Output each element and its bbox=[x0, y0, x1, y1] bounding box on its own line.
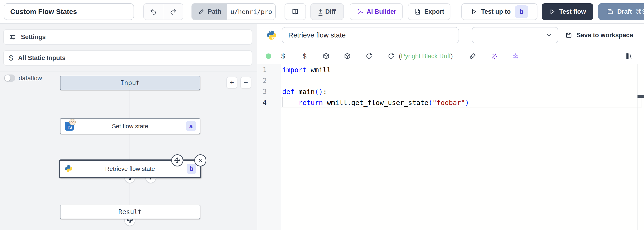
step-id-badge: b bbox=[186, 164, 196, 174]
assistants-text: Pyright Black Ruff bbox=[401, 53, 451, 60]
move-icon bbox=[174, 157, 181, 164]
code-line-2[interactable]: 2 bbox=[257, 75, 644, 86]
test-flow-label: Test flow bbox=[559, 8, 586, 15]
draft-shortcut: ⌘S bbox=[636, 8, 644, 15]
ai-builder-button[interactable]: AI Builder bbox=[350, 3, 403, 20]
close-paren: ) bbox=[451, 53, 453, 60]
flow-node-result[interactable]: Result bbox=[60, 205, 200, 219]
dataflow-toggle-label: dataflow bbox=[18, 75, 42, 82]
editor-scrollbar[interactable] bbox=[638, 64, 638, 230]
path-value: u/henri/pro bbox=[227, 4, 275, 20]
redo-icon bbox=[170, 8, 177, 15]
diff-button[interactable]: ± Diff bbox=[310, 3, 344, 20]
code-assistants-label: (Pyright Black Ruff) bbox=[399, 53, 453, 60]
path-button[interactable]: Path u/henri/pro bbox=[192, 3, 276, 20]
resources-icon[interactable]: $ bbox=[303, 52, 307, 60]
path-label-segment: Path bbox=[192, 4, 227, 20]
ai-builder-label: AI Builder bbox=[367, 8, 396, 15]
code-line-3[interactable]: 3def main(): bbox=[257, 86, 644, 97]
line-number: 1 bbox=[257, 66, 267, 74]
python-icon bbox=[64, 165, 73, 173]
undo-button[interactable] bbox=[144, 4, 163, 20]
lang-chip: TS bbox=[65, 122, 74, 131]
line-number: 4 bbox=[257, 99, 267, 106]
line-number: 3 bbox=[257, 88, 267, 95]
step-id-badge: a bbox=[186, 121, 196, 131]
open-paren: ( bbox=[399, 53, 401, 60]
save-icon bbox=[565, 32, 572, 39]
bun-icon bbox=[69, 118, 76, 126]
current-line-highlight bbox=[281, 97, 642, 108]
dollar-icon: $ bbox=[9, 54, 13, 62]
step-editor-panel: Save to workspace $ $ (Pyright Black Ruf… bbox=[257, 24, 644, 230]
text-cursor bbox=[282, 97, 282, 107]
book-open-icon bbox=[292, 8, 299, 15]
diff-label: Diff bbox=[325, 8, 336, 15]
step-name-input[interactable] bbox=[282, 27, 459, 43]
flow-node-input[interactable]: Input bbox=[60, 76, 200, 90]
test-up-to-label: Test up to bbox=[481, 8, 511, 15]
redo-button[interactable] bbox=[163, 4, 183, 20]
all-static-inputs-label: All Static Inputs bbox=[18, 55, 66, 62]
flow-name-input[interactable] bbox=[4, 3, 134, 20]
node-label: Result bbox=[118, 208, 142, 216]
code-text: def main(): bbox=[282, 88, 327, 96]
pencil-icon bbox=[198, 8, 204, 15]
overview-ruler-cursor-mark bbox=[638, 95, 644, 98]
flow-graph-canvas[interactable]: dataflow + − Input TS bbox=[0, 71, 257, 230]
reload-icon[interactable] bbox=[388, 53, 394, 60]
test-flow-button[interactable]: Test flow bbox=[542, 3, 593, 20]
wand-sparkles-icon bbox=[356, 8, 364, 15]
top-toolbar: Path u/henri/pro ± Diff AI Builder Expor… bbox=[0, 0, 644, 24]
lang-chip bbox=[64, 165, 73, 173]
draft-label: Draft bbox=[617, 8, 632, 15]
node-label: Input bbox=[120, 79, 140, 87]
play-icon bbox=[549, 8, 555, 15]
all-static-inputs-button[interactable]: $ All Static Inputs bbox=[3, 50, 252, 66]
lsp-status-dot bbox=[266, 54, 271, 59]
code-editor[interactable]: 1import wmill23def main():4 return wmill… bbox=[257, 64, 644, 230]
save-icon bbox=[606, 8, 614, 15]
format-brush-icon[interactable] bbox=[469, 53, 476, 60]
close-icon bbox=[197, 157, 203, 163]
play-icon bbox=[470, 8, 477, 15]
chevron-down-icon bbox=[546, 32, 552, 39]
worker-group-select[interactable] bbox=[472, 27, 558, 43]
draft-save-button[interactable]: Draft ⌘S bbox=[598, 3, 644, 20]
docs-button[interactable] bbox=[284, 3, 306, 20]
delete-step-button[interactable] bbox=[194, 154, 206, 166]
code-text: import wmill bbox=[282, 66, 331, 74]
node-label: Set flow state bbox=[112, 123, 148, 130]
save-to-workspace-button[interactable]: Save to workspace bbox=[565, 30, 633, 41]
flow-node-set-flow-state[interactable]: TS Set flow state a bbox=[60, 118, 200, 134]
undo-redo-group bbox=[143, 3, 183, 20]
export-button[interactable]: Export bbox=[408, 3, 450, 20]
flow-connector-line bbox=[130, 90, 130, 205]
dataflow-toggle[interactable] bbox=[4, 75, 15, 82]
undo-icon bbox=[150, 8, 157, 15]
test-up-to-button[interactable]: Test up to b bbox=[461, 3, 538, 20]
variables-icon[interactable]: $ bbox=[281, 52, 285, 60]
sliders-icon bbox=[9, 34, 16, 41]
toggle-knob bbox=[5, 75, 10, 81]
plus-minus-icon: ± bbox=[318, 8, 322, 16]
node-label: Retrieve flow state bbox=[105, 165, 155, 172]
export-label: Export bbox=[424, 8, 444, 15]
package-icon[interactable] bbox=[344, 53, 351, 60]
settings-panel-button[interactable]: Settings bbox=[3, 29, 252, 45]
reload-icon[interactable] bbox=[366, 53, 372, 60]
save-to-workspace-label: Save to workspace bbox=[576, 32, 633, 39]
code-toolbar: $ $ (Pyright Black Ruff) bbox=[257, 49, 644, 63]
zoom-out-button[interactable]: − bbox=[240, 77, 251, 88]
file-code-icon bbox=[414, 8, 421, 15]
zoom-in-button[interactable]: + bbox=[226, 77, 237, 88]
line-number: 2 bbox=[257, 77, 267, 85]
move-step-button[interactable] bbox=[171, 154, 183, 166]
path-label: Path bbox=[208, 8, 222, 15]
sparkles-icon[interactable] bbox=[512, 53, 519, 60]
package-icon[interactable] bbox=[323, 53, 330, 60]
library-icon[interactable] bbox=[625, 52, 632, 60]
ai-fix-wand-icon[interactable] bbox=[491, 53, 498, 60]
step-id-badge: b bbox=[515, 5, 528, 18]
code-line-1[interactable]: 1import wmill bbox=[257, 64, 644, 75]
